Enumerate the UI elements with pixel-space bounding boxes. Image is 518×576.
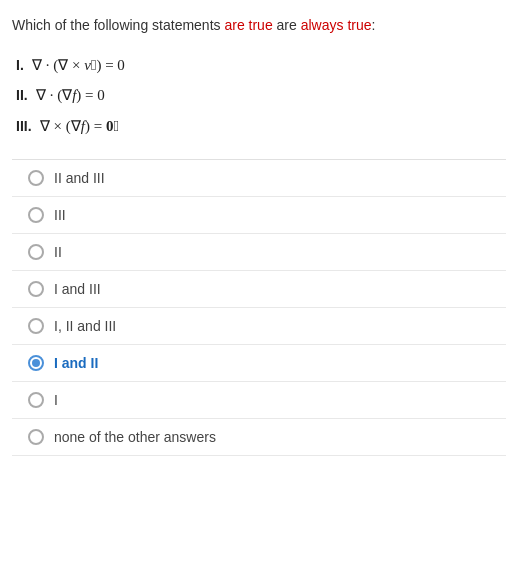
option-label-4: I and III (54, 281, 101, 297)
roman-numeral-3: III. (16, 118, 32, 134)
option-label-3: II (54, 244, 62, 260)
math-expr-1: ∇ · (∇ × v⃗) = 0 (32, 57, 125, 73)
highlight-true: are true (224, 17, 272, 33)
math-section: I. ∇ · (∇ × v⃗) = 0 II. ∇ · (∇f) = 0 III… (12, 50, 506, 142)
option-row-7[interactable]: I (12, 382, 506, 419)
radio-6[interactable] (28, 355, 44, 371)
option-label-2: III (54, 207, 66, 223)
option-row-6[interactable]: I and II (12, 345, 506, 382)
radio-2[interactable] (28, 207, 44, 223)
option-label-8: none of the other answers (54, 429, 216, 445)
option-row-4[interactable]: I and III (12, 271, 506, 308)
question-container: Which of the following statements are tr… (12, 16, 506, 456)
statement-3: III. ∇ × (∇f) = 0⃗ (16, 111, 506, 142)
question-text: Which of the following statements are tr… (12, 16, 506, 36)
option-label-6: I and II (54, 355, 98, 371)
radio-6-inner (32, 359, 40, 367)
option-row-3[interactable]: II (12, 234, 506, 271)
roman-numeral-1: I. (16, 57, 24, 73)
option-row-1[interactable]: II and III (12, 160, 506, 197)
statement-1: I. ∇ · (∇ × v⃗) = 0 (16, 50, 506, 81)
radio-1[interactable] (28, 170, 44, 186)
option-row-8[interactable]: none of the other answers (12, 419, 506, 456)
option-label-5: I, II and III (54, 318, 116, 334)
option-label-7: I (54, 392, 58, 408)
radio-3[interactable] (28, 244, 44, 260)
roman-numeral-2: II. (16, 87, 28, 103)
radio-4[interactable] (28, 281, 44, 297)
statement-2: II. ∇ · (∇f) = 0 (16, 80, 506, 111)
option-row-2[interactable]: III (12, 197, 506, 234)
highlight-always: always true (301, 17, 372, 33)
radio-8[interactable] (28, 429, 44, 445)
radio-7[interactable] (28, 392, 44, 408)
radio-5[interactable] (28, 318, 44, 334)
option-label-1: II and III (54, 170, 105, 186)
math-expr-2: ∇ · (∇f) = 0 (36, 87, 105, 103)
math-expr-3: ∇ × (∇f) = 0⃗ (40, 118, 119, 134)
option-row-5[interactable]: I, II and III (12, 308, 506, 345)
